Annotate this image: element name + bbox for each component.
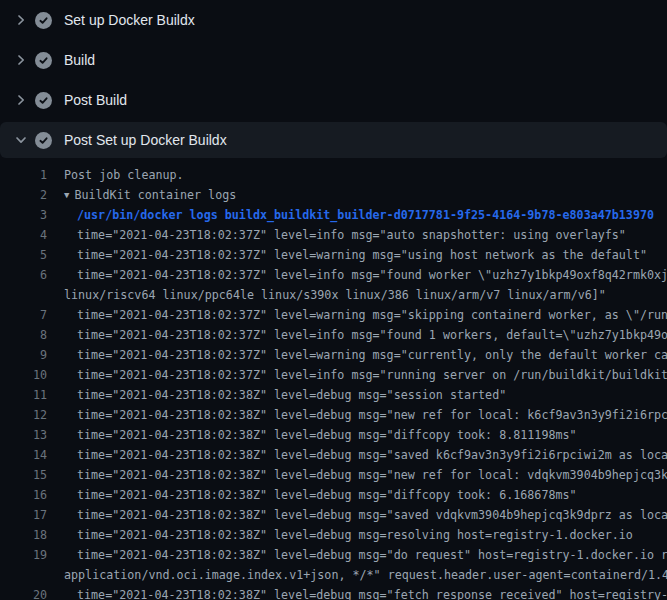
line-number[interactable]: 20 — [0, 585, 47, 600]
line-number — [0, 285, 47, 305]
line-number[interactable]: 17 — [0, 505, 47, 525]
line-number[interactable]: 12 — [0, 405, 47, 425]
line-number[interactable]: 13 — [0, 425, 47, 445]
log-line: 8 time="2021-04-23T18:02:37Z" level=info… — [0, 325, 667, 345]
step-row[interactable]: Build — [0, 40, 667, 80]
line-number[interactable]: 16 — [0, 485, 47, 505]
line-text: time="2021-04-23T18:02:38Z" level=debug … — [50, 585, 667, 600]
step-title: Post Build — [64, 93, 127, 107]
log-line: 4 time="2021-04-23T18:02:37Z" level=info… — [0, 225, 667, 245]
log-line: application/vnd.oci.image.index.v1+json,… — [0, 565, 667, 585]
line-number[interactable]: 3 — [0, 205, 47, 225]
log-line: 20 time="2021-04-23T18:02:38Z" level=deb… — [0, 585, 667, 600]
log-line: 5 time="2021-04-23T18:02:37Z" level=warn… — [0, 245, 667, 265]
line-text: time="2021-04-23T18:02:38Z" level=debug … — [50, 465, 667, 485]
log-line: 1 Post job cleanup. — [0, 165, 667, 185]
line-number[interactable]: 11 — [0, 385, 47, 405]
line-number[interactable]: 6 — [0, 265, 47, 285]
step-row[interactable]: Post Build — [0, 80, 667, 120]
line-text: time="2021-04-23T18:02:38Z" level=debug … — [50, 525, 667, 545]
step-title: Post Set up Docker Buildx — [64, 133, 227, 147]
log-panel: 1 Post job cleanup. 2 ▼BuildKit containe… — [0, 160, 667, 600]
line-number[interactable]: 18 — [0, 525, 47, 545]
log-line: 13 time="2021-04-23T18:02:38Z" level=deb… — [0, 425, 667, 445]
line-text: time="2021-04-23T18:02:38Z" level=debug … — [50, 505, 667, 525]
line-text: time="2021-04-23T18:02:37Z" level=warnin… — [50, 305, 667, 325]
line-number[interactable]: 1 — [0, 165, 47, 185]
log-line: linux/riscv64 linux/ppc64le linux/s390x … — [0, 285, 667, 305]
line-number[interactable]: 5 — [0, 245, 47, 265]
line-number[interactable]: 4 — [0, 225, 47, 245]
line-text: time="2021-04-23T18:02:37Z" level=info m… — [50, 265, 667, 285]
line-text: time="2021-04-23T18:02:37Z" level=warnin… — [50, 245, 667, 265]
log-line: 18 time="2021-04-23T18:02:38Z" level=deb… — [0, 525, 667, 545]
log-line: 16 time="2021-04-23T18:02:38Z" level=deb… — [0, 485, 667, 505]
line-text: application/vnd.oci.image.index.v1+json,… — [50, 565, 667, 585]
line-number[interactable]: 10 — [0, 365, 47, 385]
step-row[interactable]: Set up Docker Buildx — [0, 0, 667, 40]
check-circle-icon — [35, 132, 52, 149]
line-text: ▼BuildKit container logs — [50, 185, 667, 205]
line-text: time="2021-04-23T18:02:38Z" level=debug … — [50, 545, 667, 565]
line-number[interactable]: 8 — [0, 325, 47, 345]
check-circle-icon — [35, 12, 52, 29]
log-line: 19 time="2021-04-23T18:02:38Z" level=deb… — [0, 545, 667, 565]
log-line: 11 time="2021-04-23T18:02:38Z" level=deb… — [0, 385, 667, 405]
line-text: time="2021-04-23T18:02:38Z" level=debug … — [50, 405, 667, 425]
log-line: 3 /usr/bin/docker logs buildx_buildkit_b… — [0, 205, 667, 225]
log-line: 6 time="2021-04-23T18:02:37Z" level=info… — [0, 265, 667, 285]
log-line: 12 time="2021-04-23T18:02:38Z" level=deb… — [0, 405, 667, 425]
line-text: time="2021-04-23T18:02:37Z" level=info m… — [50, 225, 667, 245]
log-line: 14 time="2021-04-23T18:02:38Z" level=deb… — [0, 445, 667, 465]
actions-log-viewer: Set up Docker Buildx Build Post Build — [0, 0, 667, 600]
step-title: Build — [64, 53, 95, 67]
line-text: time="2021-04-23T18:02:38Z" level=debug … — [50, 425, 667, 445]
steps-list: Set up Docker Buildx Build Post Build — [0, 0, 667, 158]
line-number — [0, 565, 47, 585]
chevron-icon[interactable] — [13, 52, 29, 68]
line-text: time="2021-04-23T18:02:37Z" level=info m… — [50, 325, 667, 345]
line-number[interactable]: 7 — [0, 305, 47, 325]
log-line: 7 time="2021-04-23T18:02:37Z" level=warn… — [0, 305, 667, 325]
check-circle-icon — [35, 92, 52, 109]
log-line: 10 time="2021-04-23T18:02:37Z" level=inf… — [0, 365, 667, 385]
line-text: Post job cleanup. — [50, 165, 667, 185]
log-line: 2 ▼BuildKit container logs — [0, 185, 667, 205]
group-label: BuildKit container logs — [74, 188, 236, 202]
line-number[interactable]: 19 — [0, 545, 47, 565]
line-text: time="2021-04-23T18:02:38Z" level=debug … — [50, 445, 667, 465]
log-line: 17 time="2021-04-23T18:02:38Z" level=deb… — [0, 505, 667, 525]
group-collapse-icon[interactable]: ▼ — [64, 185, 69, 205]
check-circle-icon — [35, 52, 52, 69]
line-number[interactable]: 14 — [0, 445, 47, 465]
line-text: time="2021-04-23T18:02:37Z" level=info m… — [50, 365, 667, 385]
line-text: time="2021-04-23T18:02:38Z" level=debug … — [50, 385, 667, 405]
chevron-icon[interactable] — [13, 132, 29, 148]
line-number[interactable]: 2 — [0, 185, 47, 205]
line-number[interactable]: 9 — [0, 345, 47, 365]
line-number[interactable]: 15 — [0, 465, 47, 485]
chevron-icon[interactable] — [13, 12, 29, 28]
line-text: time="2021-04-23T18:02:37Z" level=warnin… — [50, 345, 667, 365]
line-text: /usr/bin/docker logs buildx_buildkit_bui… — [50, 205, 667, 225]
log-line: 9 time="2021-04-23T18:02:37Z" level=warn… — [0, 345, 667, 365]
line-text: linux/riscv64 linux/ppc64le linux/s390x … — [50, 285, 667, 305]
line-text: time="2021-04-23T18:02:38Z" level=debug … — [50, 485, 667, 505]
step-title: Set up Docker Buildx — [64, 13, 195, 27]
step-row[interactable]: Post Set up Docker Buildx — [0, 122, 667, 158]
log-line: 15 time="2021-04-23T18:02:38Z" level=deb… — [0, 465, 667, 485]
chevron-icon[interactable] — [13, 92, 29, 108]
